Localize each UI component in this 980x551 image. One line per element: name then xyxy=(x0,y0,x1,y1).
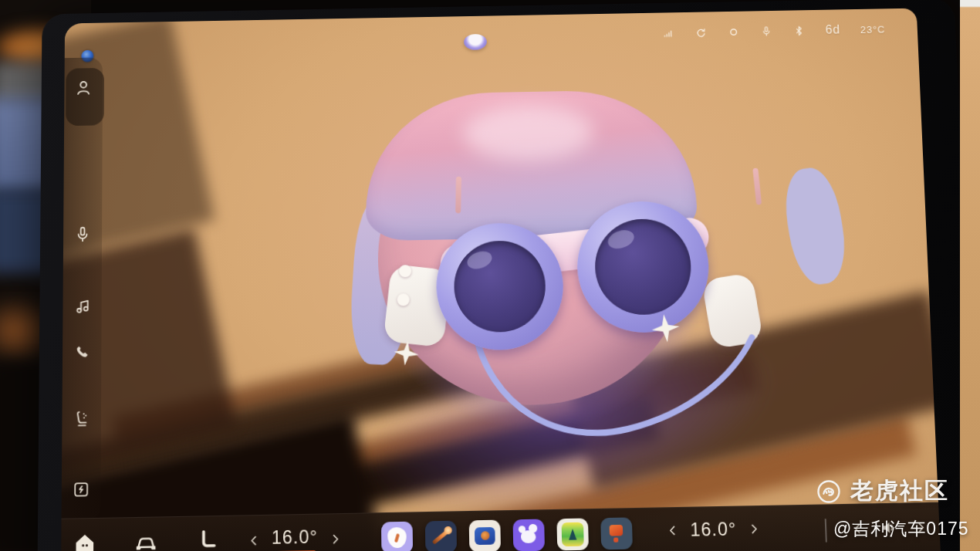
sync-icon xyxy=(694,25,708,39)
passenger-temp-text: 16.0° xyxy=(690,519,737,541)
seat-icon[interactable] xyxy=(193,526,221,551)
driver-temp-control: 16.0° xyxy=(246,526,343,551)
passenger-display-edge xyxy=(960,0,980,551)
temp-decrease-chevron[interactable] xyxy=(246,533,261,549)
driver-temp-text: 16.0° xyxy=(272,526,318,549)
goggle-lens xyxy=(454,240,546,333)
home-icon[interactable] xyxy=(70,529,99,551)
seat-massage-icon[interactable] xyxy=(71,408,91,429)
infotainment-display: 6d 23°C xyxy=(37,0,980,551)
voice-icon xyxy=(760,25,773,38)
panel-icon[interactable] xyxy=(71,479,92,500)
rocket-app-glyph xyxy=(432,528,451,545)
status-outside-temp: 23°C xyxy=(860,23,885,35)
rocket-app[interactable] xyxy=(425,521,457,551)
assistant-avatar[interactable] xyxy=(294,69,860,481)
watermark: 老虎社区 xyxy=(815,475,949,507)
map-app-glyph xyxy=(562,522,584,546)
passenger-temp-control: 16.0° xyxy=(665,518,762,541)
dock-nav xyxy=(70,526,221,551)
temp-increase-chevron[interactable] xyxy=(746,522,762,537)
status-time: 6d xyxy=(825,23,840,37)
dock-apps xyxy=(381,517,633,551)
watermark-author: @吉利汽车0175 xyxy=(833,517,969,541)
mic-icon[interactable] xyxy=(73,225,93,245)
tiger-logo-icon xyxy=(815,478,843,505)
media-icon[interactable] xyxy=(72,296,92,317)
signal-icon xyxy=(661,26,674,39)
user-icon[interactable] xyxy=(73,78,93,98)
dock-divider xyxy=(825,519,827,543)
paw-app-glyph xyxy=(521,530,536,543)
record-icon xyxy=(727,25,740,39)
video-app-glyph xyxy=(475,527,495,545)
map-app[interactable] xyxy=(556,518,589,550)
driver-temp-value[interactable]: 16.0° xyxy=(272,526,318,551)
store-app[interactable] xyxy=(600,517,633,549)
status-icons xyxy=(661,24,806,39)
avatar-goggle-cord xyxy=(294,69,860,481)
store-app-glyph xyxy=(610,525,623,536)
passenger-temp-value[interactable]: 16.0° xyxy=(690,519,737,541)
avatar-app-glyph xyxy=(387,527,407,548)
temp-decrease-chevron[interactable] xyxy=(665,523,681,539)
phone-icon[interactable] xyxy=(72,343,92,363)
sidebar xyxy=(62,57,103,522)
screen: 6d 23°C xyxy=(61,8,941,551)
car-icon[interactable] xyxy=(132,528,161,551)
watermark-brand: 老虎社区 xyxy=(850,475,949,507)
bluetooth-icon xyxy=(792,24,806,37)
video-app[interactable] xyxy=(469,520,501,551)
goggle-lens xyxy=(594,218,692,316)
avatar-app[interactable] xyxy=(381,522,413,551)
paw-app[interactable] xyxy=(513,519,545,551)
temp-increase-chevron[interactable] xyxy=(328,532,343,547)
